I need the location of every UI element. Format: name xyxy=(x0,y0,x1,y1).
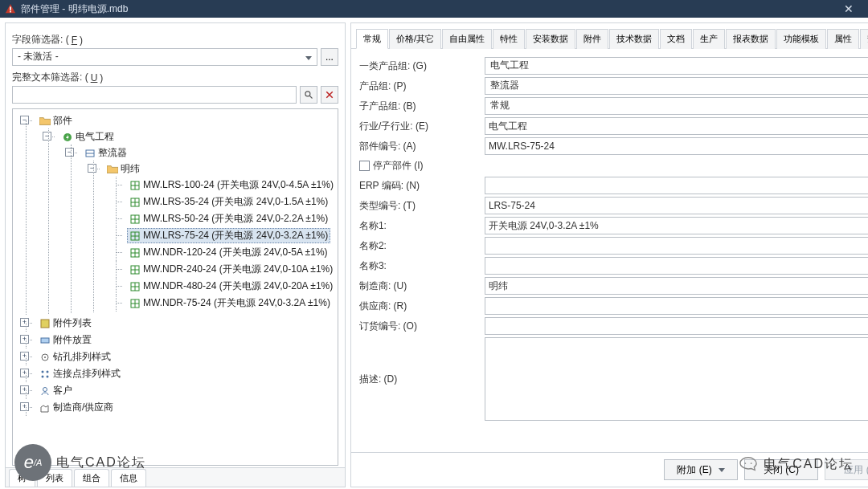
left-tab-2[interactable]: 组合 xyxy=(74,469,109,487)
input-name3[interactable] xyxy=(485,257,868,275)
label-mfr: 制造商: (U) xyxy=(359,278,485,295)
input-type_no[interactable] xyxy=(485,197,868,214)
left-bottom-tabs: 树列表组合信息 xyxy=(6,467,345,487)
tree-toggle[interactable]: − xyxy=(88,164,96,173)
tree-toggle[interactable]: − xyxy=(43,132,51,141)
detail-tab-5[interactable]: 附件 xyxy=(576,29,608,49)
close-button[interactable]: 关闭 (C) xyxy=(744,459,818,480)
tree-node[interactable]: 附件列表 xyxy=(37,316,94,331)
detail-tab-8[interactable]: 生产 xyxy=(693,29,725,49)
detail-tab-0[interactable]: 常规 xyxy=(356,29,388,49)
input-name2[interactable] xyxy=(485,237,868,255)
part-icon xyxy=(129,181,141,190)
checkbox-discontinued[interactable] xyxy=(359,161,370,171)
tree-toggle[interactable]: + xyxy=(20,385,29,394)
right-pane: 常规价格/其它自由属性特性安装数据附件技术数据文档生产报表数据功能模板属性安全值… xyxy=(350,22,868,487)
svg-point-42 xyxy=(43,387,47,391)
svg-rect-34 xyxy=(41,320,49,328)
part-icon xyxy=(129,299,141,308)
tree-toggle[interactable]: + xyxy=(20,318,29,327)
tree-toggle[interactable]: − xyxy=(65,148,74,157)
label-industry: 行业/子行业: (E) xyxy=(359,118,485,135)
input-part_no[interactable] xyxy=(485,137,868,155)
tree-node-root: 部件 xyxy=(37,113,75,128)
detail-tab-3[interactable]: 特性 xyxy=(493,29,525,49)
detail-tab-11[interactable]: 属性 xyxy=(827,29,859,49)
textarea-desc[interactable] xyxy=(485,337,868,421)
tree-node[interactable]: 附件放置 xyxy=(37,332,94,348)
category-icon xyxy=(39,319,51,328)
tree-leaf[interactable]: MW.NDR-480-24 (开关电源 24V,0-20A ±1%) xyxy=(127,279,335,294)
label-erp: ERP 编码: (N) xyxy=(359,177,485,194)
apply-button[interactable]: 应用 (A) xyxy=(825,459,868,480)
select-group2[interactable]: 整流器 xyxy=(485,77,868,95)
input-name1[interactable] xyxy=(485,217,868,234)
input-erp[interactable] xyxy=(485,177,868,194)
detail-tab-12[interactable]: 安全值 xyxy=(860,29,868,49)
part-icon xyxy=(129,282,141,291)
window-title: 部件管理 - 明纬电源.mdb xyxy=(21,2,128,16)
full-text-filter-label: 完整文本筛选器: (U) xyxy=(12,71,338,84)
svg-point-38 xyxy=(42,370,44,373)
label-part_no: 部件编号: (A) xyxy=(359,138,485,155)
tree-node[interactable]: 制造商/供应商 xyxy=(37,400,116,415)
field-filter-more-button[interactable]: ... xyxy=(321,48,338,66)
svg-rect-35 xyxy=(41,338,49,343)
tree-node-rectifier: 整流器 xyxy=(82,145,129,161)
part-icon xyxy=(129,198,141,207)
tree-toggle[interactable]: + xyxy=(20,402,29,411)
tree-leaf[interactable]: MW.LRS-50-24 (开关电源 24V,0-2.2A ±1%) xyxy=(127,211,330,226)
svg-rect-2 xyxy=(10,11,11,13)
detail-tab-4[interactable]: 安装数据 xyxy=(526,29,575,49)
input-order_no[interactable] xyxy=(485,317,868,335)
input-mfr[interactable] xyxy=(485,277,868,295)
label-desc: 描述: (D) xyxy=(359,371,485,388)
detail-tab-9[interactable]: 报表数据 xyxy=(726,29,776,49)
window-close-button[interactable]: ✕ xyxy=(834,0,863,18)
tree-leaf[interactable]: MW.NDR-120-24 (开关电源 24V,0-5A ±1%) xyxy=(127,245,330,260)
tree-node-mfr: 明纬 xyxy=(104,161,142,177)
category-icon xyxy=(39,336,51,345)
detail-tab-1[interactable]: 价格/其它 xyxy=(389,29,441,49)
detail-tab-10[interactable]: 功能模板 xyxy=(776,29,826,49)
left-tab-1[interactable]: 列表 xyxy=(37,469,72,487)
left-tab-3[interactable]: 信息 xyxy=(111,469,146,487)
tree-toggle[interactable]: + xyxy=(20,335,29,344)
label-name3: 名称3: xyxy=(359,258,485,275)
tree-leaf[interactable]: MW.LRS-75-24 (开关电源 24V,0-3.2A ±1%) xyxy=(127,228,330,243)
tree-leaf[interactable]: MW.LRS-35-24 (开关电源 24V,0-1.5A ±1%) xyxy=(127,194,330,210)
tree-toggle[interactable]: − xyxy=(20,116,29,124)
part-icon xyxy=(129,214,141,224)
left-tab-0[interactable]: 树 xyxy=(9,469,35,487)
clear-filter-button[interactable] xyxy=(321,86,338,104)
svg-point-40 xyxy=(42,375,44,377)
label-discontinued: 停产部件 (I) xyxy=(359,157,485,174)
svg-point-41 xyxy=(47,375,49,377)
tree-node[interactable]: 钻孔排列样式 xyxy=(37,349,113,365)
tree-leaf[interactable]: MW.NDR-75-24 (开关电源 24V,0-3.2A ±1%) xyxy=(127,295,333,311)
part-tree[interactable]: − 部件 − xyxy=(14,112,336,416)
titlebar: 部件管理 - 明纬电源.mdb ✕ xyxy=(0,0,868,18)
input-industry[interactable] xyxy=(485,117,868,135)
label-group1: 一类产品组: (G) xyxy=(359,58,485,75)
tree-toggle[interactable]: + xyxy=(20,369,29,377)
svg-point-39 xyxy=(47,370,49,373)
input-supplier[interactable] xyxy=(485,297,868,315)
category-icon xyxy=(39,386,51,396)
tree-node[interactable]: 连接点排列样式 xyxy=(37,366,123,381)
tree-leaf[interactable]: MW.LRS-100-24 (开关电源 24V,0-4.5A ±1%) xyxy=(127,177,336,193)
detail-tab-6[interactable]: 技术数据 xyxy=(609,29,659,49)
tree-leaf[interactable]: MW.NDR-240-24 (开关电源 24V,0-10A ±1%) xyxy=(127,262,335,277)
extras-button[interactable]: 附加 (E) xyxy=(664,459,738,480)
svg-point-37 xyxy=(44,357,46,358)
tree-node[interactable]: 客户 xyxy=(37,383,75,398)
field-filter-select[interactable]: - 未激活 - xyxy=(12,48,317,66)
select-group1[interactable]: 电气工程 xyxy=(485,57,868,75)
select-group3[interactable]: 常规 xyxy=(485,97,868,115)
tree-toggle[interactable]: + xyxy=(20,352,29,361)
svg-rect-1 xyxy=(10,6,11,10)
search-button[interactable] xyxy=(300,86,317,104)
detail-tab-2[interactable]: 自由属性 xyxy=(442,29,492,49)
full-text-filter-input[interactable] xyxy=(12,86,297,104)
detail-tab-7[interactable]: 文档 xyxy=(660,29,692,49)
